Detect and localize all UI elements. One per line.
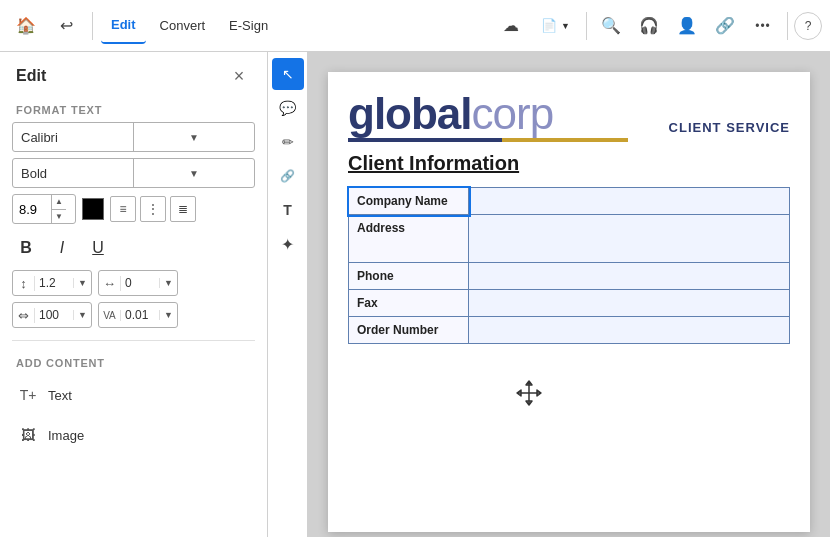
logo-area: globalcorp — [348, 92, 628, 142]
font-weight-row: Bold ▼ — [12, 158, 255, 188]
pdf-page: globalcorp CLIENT SERVICE Client Informa… — [328, 72, 810, 532]
back-button[interactable]: ↩ — [48, 8, 84, 44]
main-layout: Edit × FORMAT TEXT Calibri ▼ Bold ▼ — [0, 52, 830, 537]
help-button[interactable]: ? — [794, 12, 822, 40]
line-height-field[interactable]: ↕ 1.2 ▼ — [12, 270, 92, 296]
table-row: Phone — [349, 263, 790, 290]
font-size-field[interactable]: 8.9 ▲ ▼ — [12, 194, 76, 224]
scale-row: ⇔ 100 ▼ VA 0.01 ▼ — [0, 300, 267, 330]
link-tool-button[interactable]: 🔗 — [272, 160, 304, 192]
company-name-value[interactable] — [469, 188, 790, 215]
canvas-area: globalcorp CLIENT SERVICE Client Informa… — [308, 52, 830, 537]
esign-nav-button[interactable]: E-Sign — [219, 8, 278, 44]
line-height-value: 1.2 — [35, 276, 73, 290]
search-button[interactable]: 🔍 — [593, 8, 629, 44]
align-button[interactable]: ≣ — [170, 196, 196, 222]
font-size-down[interactable]: ▼ — [52, 210, 66, 224]
add-text-label: Text — [48, 388, 72, 403]
panel-header: Edit × — [0, 52, 267, 96]
toolbar-right: ☁ 📄 ▼ 🔍 🎧 👤 🔗 ••• ? — [493, 8, 822, 44]
toolbar-separator-1 — [92, 12, 93, 40]
numbered-list-button[interactable]: ⋮ — [140, 196, 166, 222]
font-family-section: Calibri ▼ Bold ▼ 8.9 ▲ ▼ — [0, 122, 267, 230]
order-number-label: Order Number — [349, 317, 469, 344]
panel-close-button[interactable]: × — [227, 64, 251, 88]
address-value[interactable] — [469, 215, 790, 263]
section-heading: Client Information — [328, 152, 810, 187]
move-cursor-overlay — [513, 377, 545, 409]
panel-title: Edit — [16, 67, 46, 85]
add-content-label: ADD CONTENT — [0, 349, 267, 375]
accessibility-button[interactable]: 🎧 — [631, 8, 667, 44]
line-height-icon: ↕ — [13, 276, 35, 291]
file-button[interactable]: 📄 ▼ — [531, 8, 580, 44]
phone-label: Phone — [349, 263, 469, 290]
kerning-value: 0.01 — [121, 308, 159, 322]
logo-text: globalcorp — [348, 92, 628, 136]
kerning-field[interactable]: VA 0.01 ▼ — [98, 302, 178, 328]
company-name-label: Company Name — [349, 188, 469, 215]
add-image-label: Image — [48, 428, 84, 443]
edit-nav-button[interactable]: Edit — [101, 8, 146, 44]
address-label: Address — [349, 215, 469, 263]
line-height-row: ↕ 1.2 ▼ ↔ 0 ▼ — [0, 268, 267, 298]
font-family-dropdown[interactable]: Calibri ▼ — [12, 122, 255, 152]
table-row: Order Number — [349, 317, 790, 344]
scale-arrow[interactable]: ▼ — [73, 310, 91, 320]
size-row: 8.9 ▲ ▼ ≡ ⋮ ≣ — [12, 194, 255, 224]
toolbar-separator-2 — [586, 12, 587, 40]
home-button[interactable]: 🏠 — [8, 8, 44, 44]
text-color-swatch[interactable] — [82, 198, 104, 220]
info-table: Company Name Address Phone Fax — [348, 187, 790, 344]
format-text-label: FORMAT TEXT — [0, 96, 267, 122]
table-row: Address — [349, 215, 790, 263]
font-weight-dropdown[interactable]: Bold ▼ — [12, 158, 255, 188]
bullet-list-button[interactable]: ≡ — [110, 196, 136, 222]
file-arrow: ▼ — [561, 21, 570, 31]
top-toolbar: 🏠 ↩ Edit Convert E-Sign ☁ 📄 ▼ 🔍 🎧 👤 🔗 ••… — [0, 0, 830, 52]
font-weight-value: Bold — [13, 166, 133, 181]
draw-tool-button[interactable]: ✏ — [272, 126, 304, 158]
font-family-value: Calibri — [13, 130, 133, 145]
table-row: Fax — [349, 290, 790, 317]
account-button[interactable]: 👤 — [669, 8, 705, 44]
add-content-section: T+ Text 🖼 Image — [0, 375, 267, 455]
share-button[interactable]: 🔗 — [707, 8, 743, 44]
add-text-item[interactable]: T+ Text — [12, 375, 255, 415]
font-family-row: Calibri ▼ — [12, 122, 255, 152]
bold-button[interactable]: B — [12, 234, 40, 262]
section-divider — [12, 340, 255, 341]
font-family-arrow[interactable]: ▼ — [133, 123, 254, 151]
order-number-value[interactable] — [469, 317, 790, 344]
spacing-value: 0 — [121, 276, 159, 290]
add-text-icon: T+ — [16, 383, 40, 407]
kerning-arrow[interactable]: ▼ — [159, 310, 177, 320]
logo-global: global — [348, 89, 472, 138]
italic-button[interactable]: I — [48, 234, 76, 262]
select-tool-button[interactable]: ↖ — [272, 58, 304, 90]
scale-field[interactable]: ⇔ 100 ▼ — [12, 302, 92, 328]
font-size-arrows: ▲ ▼ — [51, 195, 66, 223]
kerning-icon: VA — [99, 310, 121, 321]
comment-tool-button[interactable]: 💬 — [272, 92, 304, 124]
font-weight-arrow[interactable]: ▼ — [133, 159, 254, 187]
convert-nav-button[interactable]: Convert — [150, 8, 216, 44]
more-button[interactable]: ••• — [745, 8, 781, 44]
line-height-arrow[interactable]: ▼ — [73, 278, 91, 288]
stamp-tool-button[interactable]: ✦ — [272, 228, 304, 260]
phone-value[interactable] — [469, 263, 790, 290]
logo-corp: corp — [472, 89, 554, 138]
fax-value[interactable] — [469, 290, 790, 317]
font-size-up[interactable]: ▲ — [52, 195, 66, 210]
underline-button[interactable]: U — [84, 234, 112, 262]
spacing-icon: ↔ — [99, 276, 121, 291]
cloud-button[interactable]: ☁ — [493, 8, 529, 44]
spacing-arrow[interactable]: ▼ — [159, 278, 177, 288]
text-tool-button[interactable]: T — [272, 194, 304, 226]
scale-icon: ⇔ — [13, 308, 35, 323]
client-service-text: CLIENT SERVICE — [669, 92, 790, 135]
spacing-field[interactable]: ↔ 0 ▼ — [98, 270, 178, 296]
add-image-item[interactable]: 🖼 Image — [12, 415, 255, 455]
font-size-input[interactable]: 8.9 — [13, 202, 51, 217]
scale-value: 100 — [35, 308, 73, 322]
